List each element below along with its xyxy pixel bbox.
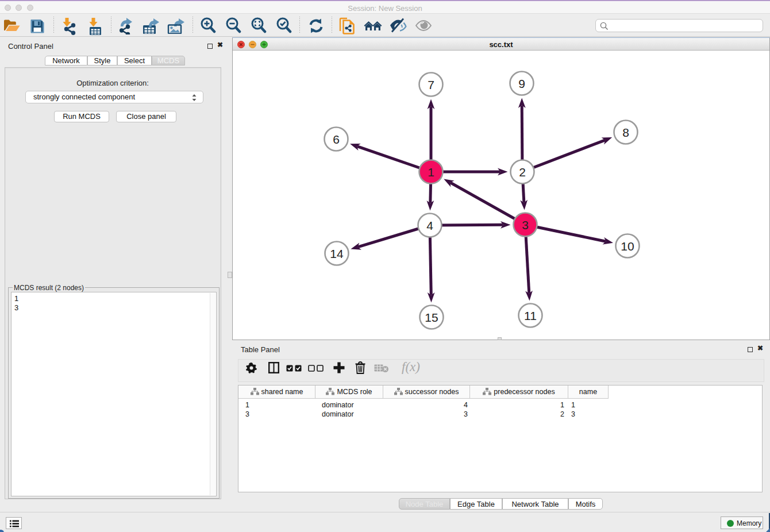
svg-text:11: 11 (524, 309, 537, 322)
svg-text:10: 10 (621, 240, 634, 253)
svg-text:9: 9 (518, 77, 525, 90)
svg-text:15: 15 (425, 311, 438, 324)
svg-text:4: 4 (426, 219, 433, 232)
svg-text:7: 7 (428, 78, 434, 91)
svg-text:14: 14 (330, 247, 344, 260)
svg-text:3: 3 (522, 218, 529, 232)
svg-text:6: 6 (333, 133, 340, 146)
svg-text:1: 1 (428, 165, 434, 179)
svg-text:2: 2 (519, 165, 526, 179)
svg-text:8: 8 (622, 126, 629, 139)
